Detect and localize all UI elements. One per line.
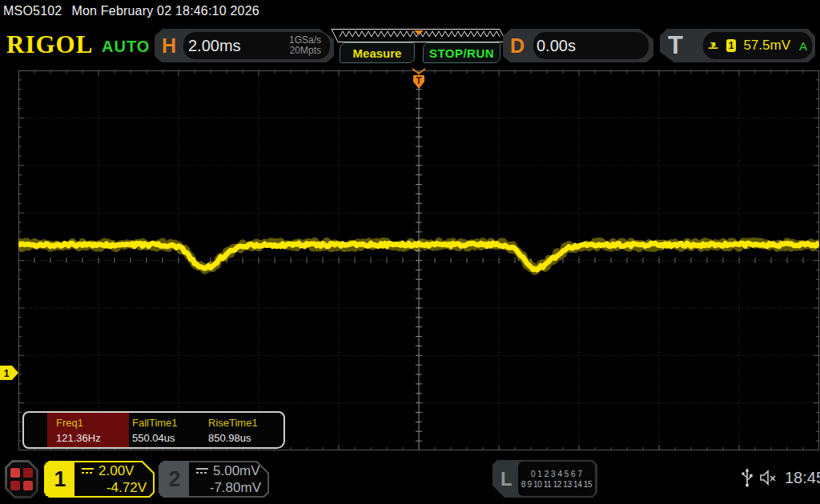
measurement-label: FallTime1 (132, 417, 178, 429)
falling-edge-icon (708, 39, 719, 52)
delay-settings-button[interactable]: D 0.00s (503, 29, 653, 62)
measurement-value: 850.98us (208, 432, 251, 444)
dc-coupling-icon (195, 467, 209, 475)
datetime-text: Mon February 02 18:46:10 2026 (71, 4, 259, 18)
oscilloscope-screen: { "titlebar": { "model": "MSO5102", "dat… (0, 0, 820, 504)
delay-label: D (510, 34, 525, 58)
waveform-overview-strip[interactable] (328, 29, 509, 42)
menu-grid-icon (7, 462, 36, 496)
horizontal-label: H (162, 34, 176, 58)
screen-title: MSO5102Mon February 02 18:46:10 2026 (3, 4, 259, 18)
stop-run-button[interactable]: STOP/RUN (423, 42, 500, 63)
channel-1-scale: 2.00V (98, 463, 134, 479)
memory-depth: 20Mpts (289, 46, 321, 56)
measurement-label: Freq1 (56, 417, 83, 429)
dc-coupling-icon (81, 467, 94, 475)
channel-1-offset: -4.72V (107, 480, 147, 496)
measurement-label: RiseTime1 (208, 417, 258, 429)
trigger-position-marker[interactable]: T (411, 68, 427, 90)
trigger-source-badge: 1 (726, 39, 736, 52)
trigger-level-value: 57.5mV (743, 38, 790, 54)
sample-rate-block: 1GSa/s 20Mpts (289, 35, 321, 56)
timebase-value: 2.00ms (188, 37, 241, 55)
speaker-muted-icon[interactable] (759, 469, 778, 486)
graticule (18, 70, 819, 450)
channel-2-badge[interactable]: 2 5.00mV -7.80mV (159, 461, 269, 498)
function-menu-button[interactable] (5, 460, 38, 498)
svg-text:1: 1 (3, 367, 9, 379)
horizontal-settings-button[interactable]: H 2.00ms 1GSa/s 20Mpts (155, 29, 334, 62)
measurement-value: 550.04us (132, 432, 175, 444)
channel-2-scale: 5.00mV (213, 463, 260, 479)
channel-1-number: 1 (46, 462, 74, 496)
channel-2-offset: -7.80mV (210, 480, 261, 496)
channel-2-number: 2 (160, 462, 189, 496)
model-name: MSO5102 (3, 4, 62, 18)
logic-channels-badge[interactable]: L 0 1 2 3 4 5 6 7 8 9 10 11 12 13 14 15 (492, 460, 597, 498)
logic-label: L (500, 468, 512, 490)
waveform-display-area[interactable] (18, 70, 819, 450)
clock-text: 18:45 (785, 469, 820, 487)
trigger-label: T (668, 31, 683, 60)
acquisition-mode-label: AUTO (102, 38, 150, 56)
logic-channels-row2: 8 9 10 11 12 13 14 15 (521, 480, 592, 489)
channel-1-badge[interactable]: 1 2.00V -4.72V (44, 461, 155, 498)
rigol-logo: RIGOL (6, 30, 93, 59)
delay-value: 0.00s (537, 37, 576, 55)
usb-icon (742, 468, 753, 487)
trigger-sweep-mode: A (799, 39, 807, 53)
trigger-settings-button[interactable]: T 1 57.5mV A (660, 29, 815, 62)
measurement-results-panel: Freq1 121.36Hz FallTime1 550.04us RiseTi… (22, 411, 285, 449)
ch1-ground-marker[interactable]: 1 (0, 365, 19, 381)
measurement-value: 121.36Hz (56, 432, 101, 444)
logic-channels-row1: 0 1 2 3 4 5 6 7 (531, 470, 582, 478)
measure-button[interactable]: Measure (340, 42, 415, 63)
svg-text:T: T (416, 75, 422, 86)
